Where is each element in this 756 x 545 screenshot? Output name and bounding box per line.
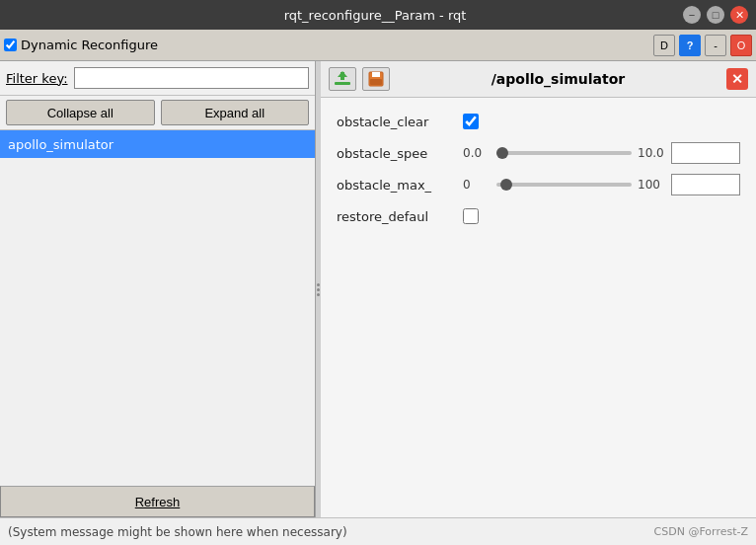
status-credit: CSDN @Forrest-Z	[654, 525, 748, 538]
right-panel-close-button[interactable]: ✕	[726, 68, 748, 90]
drag-dot	[317, 283, 320, 286]
tree-item-label: apollo_simulator	[8, 137, 113, 152]
tree-item-apollo-simulator[interactable]: apollo_simulator	[0, 130, 315, 158]
expand-all-button[interactable]: Expand all	[161, 100, 310, 125]
param-name-restore-defaults: restore_defaul	[337, 209, 455, 224]
obstacle-speed-value[interactable]: 0.0	[671, 142, 740, 164]
app-header-right-buttons: D ? - O	[653, 35, 752, 56]
save-icon	[367, 70, 385, 88]
main-content: Filter key: Collapse all Expand all apol…	[0, 61, 756, 517]
d-button[interactable]: D	[653, 35, 675, 56]
refresh-button[interactable]: Refresh	[0, 486, 315, 517]
collapse-all-button[interactable]: Collapse all	[6, 100, 155, 125]
upload-icon-button[interactable]	[329, 67, 356, 91]
svg-rect-5	[370, 79, 382, 85]
tree-area: apollo_simulator	[0, 130, 315, 486]
app-header-title: Dynamic Reconfigure	[21, 38, 158, 52]
status-bar: (System message might be shown here when…	[0, 517, 756, 545]
collapse-expand-row: Collapse all Expand all	[0, 96, 315, 130]
obstacle-max-slider-group: 0 100 3	[463, 174, 740, 195]
close-window-button[interactable]: ✕	[730, 6, 748, 24]
help-button[interactable]: ?	[679, 35, 701, 56]
param-row-restore-defaults: restore_defaul	[321, 200, 756, 232]
filter-label: Filter key:	[6, 71, 68, 86]
drag-dot	[317, 293, 320, 296]
param-name-obstacle-clear: obstacle_clear	[337, 115, 455, 129]
titlebar-controls: − □ ✕	[683, 6, 748, 24]
dynamic-reconfigure-checkbox[interactable]	[4, 39, 17, 51]
right-header: /apollo_simulator ✕	[321, 61, 756, 98]
obstacle-clear-checkbox[interactable]	[463, 114, 479, 129]
obstacle-speed-slider[interactable]	[496, 151, 632, 155]
obstacle-speed-max: 10.0	[638, 146, 665, 160]
upload-icon	[334, 70, 351, 88]
filter-input[interactable]	[74, 67, 309, 89]
status-message: (System message might be shown here when…	[8, 525, 347, 539]
param-row-obstacle-max: obstacle_max_ 0 100 3	[321, 169, 756, 200]
save-icon-button[interactable]	[362, 67, 390, 91]
right-header-path: /apollo_simulator	[396, 71, 720, 87]
app-header: Dynamic Reconfigure D ? - O	[0, 30, 756, 61]
param-name-obstacle-speed: obstacle_spee	[337, 146, 455, 161]
restore-defaults-checkbox[interactable]	[463, 208, 479, 224]
param-name-obstacle-max: obstacle_max_	[337, 178, 455, 193]
minus-button[interactable]: -	[705, 35, 726, 56]
drag-dot	[317, 288, 320, 291]
svg-rect-4	[372, 72, 380, 77]
titlebar: rqt_reconfigure__Param - rqt − □ ✕	[0, 0, 756, 30]
svg-rect-0	[335, 82, 350, 85]
obstacle-max-min: 0	[463, 178, 491, 192]
param-row-obstacle-speed: obstacle_spee 0.0 10.0 0.0	[321, 137, 756, 169]
obstacle-max-max: 100	[638, 178, 665, 192]
obstacle-speed-slider-group: 0.0 10.0 0.0	[463, 142, 740, 164]
filter-row: Filter key:	[0, 61, 315, 96]
obstacle-max-slider[interactable]	[496, 183, 632, 187]
app-close-button[interactable]: O	[730, 35, 752, 56]
left-panel: Filter key: Collapse all Expand all apol…	[0, 61, 316, 517]
maximize-button[interactable]: □	[707, 6, 724, 24]
minimize-button[interactable]: −	[683, 6, 701, 24]
obstacle-max-value[interactable]: 3	[671, 174, 740, 195]
param-row-obstacle-clear: obstacle_clear	[321, 106, 756, 137]
svg-marker-2	[338, 71, 347, 77]
titlebar-title: rqt_reconfigure__Param - rqt	[67, 8, 683, 23]
params-area: obstacle_clear obstacle_spee 0.0 10.0 0.…	[321, 98, 756, 517]
right-panel: /apollo_simulator ✕ obstacle_clear obsta…	[321, 61, 756, 517]
obstacle-speed-min: 0.0	[463, 146, 491, 160]
